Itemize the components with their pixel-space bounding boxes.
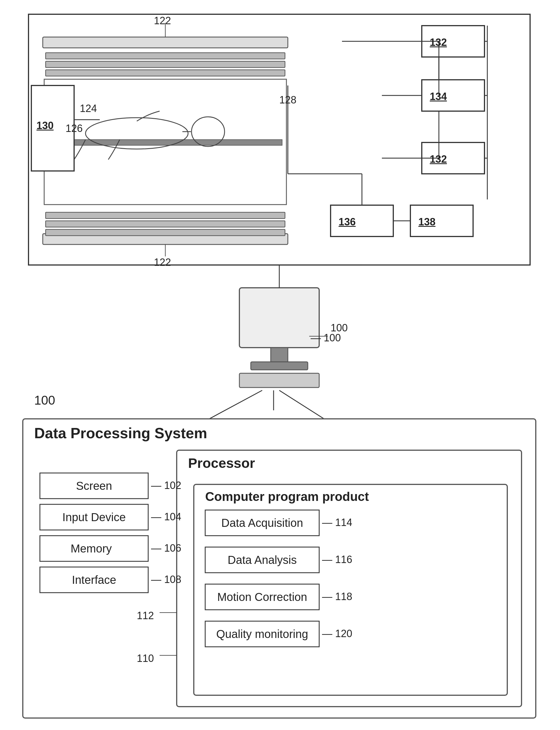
label-130: 130 (36, 120, 54, 132)
svg-rect-49 (177, 450, 522, 707)
dps-screen-ref: — 102 (151, 479, 181, 491)
label-122-top: 122 (154, 15, 171, 27)
label-138: 138 (418, 216, 435, 228)
svg-rect-10 (48, 140, 282, 145)
svg-rect-43 (239, 373, 319, 387)
dps-memory-ref: — 106 (151, 542, 181, 554)
cpp-quality-monitoring-label: Quality monitoring (211, 628, 313, 640)
cpp-motion-correction-ref: — 118 (322, 591, 352, 603)
svg-point-11 (85, 118, 188, 149)
label-monitor-arrow-tick: — 100 (311, 332, 341, 344)
label-100-lower: 100 (34, 393, 55, 407)
svg-rect-3 (46, 53, 285, 59)
cpp-data-analysis-ref: — 116 (322, 554, 352, 566)
svg-rect-50 (194, 484, 507, 695)
dps-screen-label: Screen (57, 479, 131, 492)
svg-line-45 (188, 390, 262, 430)
label-112: 112 (137, 610, 154, 622)
cpp-data-acquisition-label: Data Acquisition (211, 516, 313, 529)
label-132-top: 132 (430, 36, 447, 48)
svg-rect-7 (46, 221, 285, 227)
processor-title: Processor (188, 455, 255, 471)
label-136: 136 (339, 216, 356, 228)
svg-line-46 (279, 390, 342, 430)
label-110: 110 (137, 652, 154, 664)
dps-interface-label: Interface (57, 574, 131, 586)
dps-memory-label: Memory (60, 542, 123, 555)
svg-rect-4 (46, 61, 285, 68)
cpp-data-acquisition-ref: — 114 (322, 516, 352, 528)
svg-rect-2 (43, 234, 288, 245)
svg-rect-40 (239, 288, 319, 348)
label-134: 134 (430, 91, 447, 103)
svg-rect-9 (44, 79, 286, 205)
label-132-bottom: 132 (430, 153, 447, 165)
svg-rect-0 (28, 14, 530, 265)
cpp-quality-monitoring-ref: — 120 (322, 628, 352, 640)
cpp-motion-correction-label: Motion Correction (211, 591, 313, 603)
dps-input-ref: — 104 (151, 511, 181, 523)
cpp-title: Computer program product (205, 489, 369, 504)
label-124: 124 (80, 103, 97, 115)
cpp-data-analysis-label: Data Analysis (211, 554, 313, 566)
label-128: 128 (279, 94, 296, 106)
label-126: 126 (66, 123, 83, 135)
svg-rect-41 (271, 348, 288, 362)
svg-rect-42 (251, 362, 308, 370)
dps-interface-ref: — 108 (151, 574, 181, 585)
diagram-container: 122 122 124 126 128 130 132 134 132 136 … (0, 0, 560, 730)
svg-rect-6 (46, 212, 285, 219)
dps-input-label: Input Device (46, 511, 142, 524)
svg-rect-8 (46, 229, 285, 236)
label-122-bottom: 122 (154, 257, 171, 269)
svg-point-12 (192, 117, 225, 147)
svg-rect-1 (43, 37, 288, 48)
svg-rect-48 (23, 419, 536, 718)
svg-rect-5 (46, 70, 285, 76)
dps-title: Data Processing System (34, 424, 207, 442)
